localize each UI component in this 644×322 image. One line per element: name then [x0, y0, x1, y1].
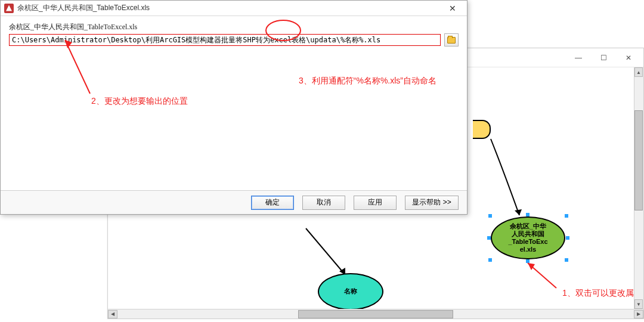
selection-handle[interactable] — [487, 236, 491, 240]
selection-handle[interactable] — [566, 236, 569, 240]
browse-button[interactable] — [444, 33, 459, 47]
close-button[interactable]: ✕ — [616, 50, 641, 66]
folder-icon — [447, 37, 456, 44]
node-label: 名称 — [344, 287, 357, 295]
output-parameter-dialog: 余杭区_中华人民共和国_TableToExcel.xls ✕ 余杭区_中华人民共… — [0, 0, 467, 215]
horizontal-scrollbar[interactable]: ◀ ▶ — [108, 309, 643, 318]
svg-marker-0 — [515, 209, 522, 215]
annotation-text-3: 3、利用通配符“%名称%.xls”自动命名 — [299, 76, 436, 86]
model-variable-node-name[interactable]: 名称 — [318, 273, 383, 309]
dialog-titlebar[interactable]: 余杭区_中华人民共和国_TableToExcel.xls ✕ — [1, 1, 467, 16]
svg-marker-3 — [528, 263, 535, 270]
scroll-track[interactable] — [634, 77, 643, 299]
minimize-button[interactable]: — — [566, 50, 591, 66]
scroll-track[interactable] — [117, 310, 634, 318]
show-help-button[interactable]: 显示帮助 >> — [405, 196, 459, 210]
dialog-footer: 确定 取消 应用 显示帮助 >> — [1, 190, 467, 214]
node-label: 余杭区_中华 人民共和国 _TableToExc el.xls — [508, 222, 547, 254]
field-label: 余杭区_中华人民共和国_TableToExcel.xls — [9, 22, 459, 32]
apply-button[interactable]: 应用 — [354, 196, 397, 210]
dialog-title: 余杭区_中华人民共和国_TableToExcel.xls — [17, 3, 441, 13]
annotation-text-1: 1、双击可以更改属 — [562, 288, 634, 299]
output-path-input[interactable] — [9, 34, 441, 46]
model-output-node[interactable]: 余杭区_中华 人民共和国 _TableToExc el.xls — [491, 216, 565, 259]
cancel-button[interactable]: 取消 — [302, 196, 345, 210]
selection-handle[interactable] — [488, 214, 492, 218]
selection-handle[interactable] — [565, 258, 568, 262]
selection-handle[interactable] — [488, 258, 492, 262]
scroll-thumb[interactable] — [298, 310, 453, 318]
svg-line-2 — [528, 263, 556, 288]
scroll-thumb[interactable] — [634, 110, 643, 210]
selection-handle[interactable] — [526, 259, 530, 263]
app-icon — [4, 4, 14, 13]
dialog-body: 余杭区_中华人民共和国_TableToExcel.xls 2、更改为想要输出的位… — [1, 16, 467, 190]
scroll-down-arrow[interactable]: ▼ — [634, 299, 643, 309]
vertical-scrollbar[interactable]: ▲ ▼ — [634, 67, 643, 309]
annotation-arrow-1 — [521, 258, 568, 294]
scroll-up-arrow[interactable]: ▲ — [634, 67, 643, 77]
model-tool-node[interactable] — [473, 120, 491, 139]
maximize-button[interactable]: ☐ — [591, 50, 616, 66]
scroll-left-arrow[interactable]: ◀ — [108, 310, 117, 318]
close-icon[interactable]: ✕ — [441, 2, 465, 15]
annotation-text-2: 2、更改为想要输出的位置 — [91, 96, 188, 107]
scroll-right-arrow[interactable]: ▶ — [634, 310, 643, 318]
highlight-circle — [265, 20, 301, 41]
svg-line-4 — [65, 40, 90, 94]
selection-handle[interactable] — [526, 213, 530, 216]
selection-handle[interactable] — [565, 214, 568, 218]
ok-button[interactable]: 确定 — [251, 196, 294, 210]
